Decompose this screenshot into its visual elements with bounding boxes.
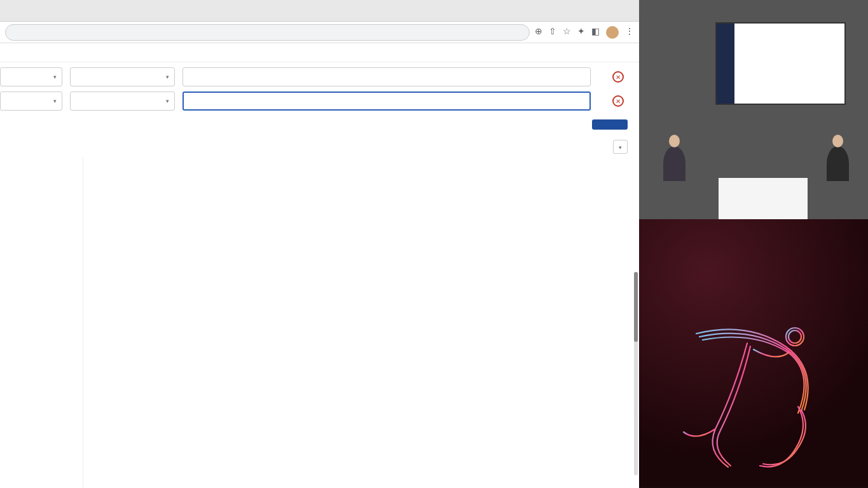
scrollbar[interactable]: [634, 272, 638, 475]
bookmark-icon[interactable]: ☆: [563, 26, 571, 39]
url-bar: ⊕ ⇧ ☆ ✦ ◧ ⋮: [0, 22, 639, 43]
query-input-2[interactable]: [183, 92, 591, 111]
results-table-wrap[interactable]: [83, 158, 639, 488]
broadcast-panel: [639, 0, 868, 488]
podium: [719, 178, 808, 219]
remove-filter-1[interactable]: ✕: [612, 71, 624, 83]
filter-area: ▾ ▾ ✕ ▾ ▾ ✕: [0, 62, 639, 118]
event-branding: [639, 219, 868, 486]
help-bar: [0, 43, 639, 62]
search-button[interactable]: [592, 119, 628, 130]
presenter-1: [663, 146, 685, 181]
svg-point-1: [789, 330, 801, 343]
panel-icon[interactable]: ◧: [591, 26, 600, 39]
query-input-1[interactable]: [183, 67, 591, 86]
filter-row-1: ▾ ▾ ✕: [0, 67, 628, 86]
remove-filter-2[interactable]: ✕: [612, 95, 624, 107]
filter-row-2: ▾ ▾ ✕: [0, 92, 628, 111]
page-size-select[interactable]: ▾: [613, 140, 628, 154]
profile-avatar[interactable]: [606, 26, 619, 39]
browser-window: ⊕ ⇧ ☆ ✦ ◧ ⋮ ▾ ▾ ✕ ▾ ▾ ✕: [0, 0, 639, 488]
menu-icon[interactable]: ⋮: [625, 26, 634, 39]
presenter-2: [827, 146, 849, 181]
operator-select-2[interactable]: ▾: [70, 92, 175, 111]
facet-sidebar: [0, 158, 83, 488]
field-select-2[interactable]: ▾: [0, 92, 62, 111]
projector-screen: [715, 22, 846, 105]
facet-heading: [0, 168, 80, 174]
facet-heading: [0, 160, 80, 166]
share-icon[interactable]: ⇧: [549, 26, 556, 39]
extensions-icon[interactable]: ✦: [577, 26, 585, 39]
zoom-icon[interactable]: ⊕: [535, 26, 542, 39]
url-input[interactable]: [5, 24, 530, 41]
tab-bar[interactable]: [0, 0, 639, 22]
stage-video: [639, 0, 868, 219]
operator-select-1[interactable]: ▾: [70, 67, 175, 86]
runner-graphic: [671, 315, 862, 480]
field-select-1[interactable]: ▾: [0, 67, 62, 86]
